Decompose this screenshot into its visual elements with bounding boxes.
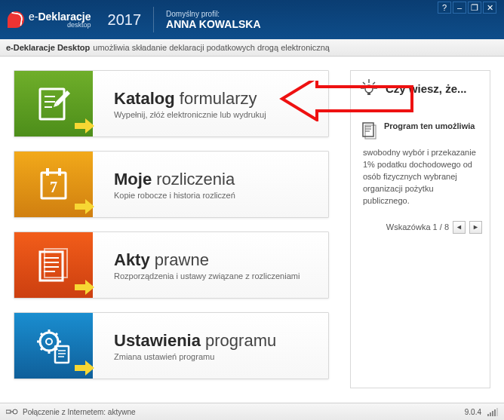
svg-rect-46 — [494, 409, 496, 416]
plug-icon — [6, 407, 18, 416]
minimize-button[interactable]: – — [453, 2, 466, 14]
card-sub: Wypełnij, złóż elektronicznie lub wydruk… — [114, 110, 266, 119]
signal-icon — [487, 407, 498, 416]
svg-rect-0 — [40, 89, 64, 119]
subheader-app: e-Deklaracje Desktop — [6, 43, 90, 52]
svg-point-28 — [365, 85, 373, 93]
calendar-icon: 7 — [14, 152, 93, 217]
close-button[interactable]: ✕ — [483, 2, 496, 14]
maximize-button[interactable]: ❐ — [468, 2, 481, 14]
svg-line-22 — [55, 333, 57, 336]
svg-point-15 — [46, 339, 52, 345]
lightbulb-icon — [358, 78, 380, 99]
svg-text:7: 7 — [50, 179, 57, 195]
svg-rect-45 — [492, 411, 493, 416]
app-logo: e-Deklaracje desktop — [8, 11, 91, 29]
card-katalog-formularzy[interactable]: Katalog formularzy Wypełnij, złóż elektr… — [14, 70, 329, 137]
tip-next-button[interactable]: ► — [469, 221, 482, 234]
profile-label: Domyślny profil: — [166, 10, 260, 18]
app-year: 2017 — [108, 11, 142, 29]
profile-block: Domyślny profil: ANNA KOWALSKA — [166, 10, 260, 30]
svg-rect-44 — [490, 412, 491, 416]
card-sub: Rozporządzenia i ustawy związane z rozli… — [114, 271, 300, 281]
svg-line-33 — [363, 82, 365, 84]
svg-rect-5 — [46, 168, 49, 176]
card-sub: Zmiana ustawień programu — [114, 352, 276, 361]
help-button[interactable]: ? — [438, 2, 451, 14]
main-menu: Katalog formularzy Wypełnij, złóż elektr… — [0, 57, 341, 403]
svg-rect-47 — [496, 408, 498, 416]
svg-rect-29 — [367, 93, 370, 95]
tip-text: swobodny wybór i przekazanie 1% podatku … — [358, 147, 482, 207]
card-moje-rozliczenia[interactable]: 7 Moje rozliczenia Kopie robocze i histo… — [14, 151, 329, 218]
tip-prev-button[interactable]: ◄ — [453, 221, 466, 234]
svg-line-23 — [41, 348, 43, 350]
svg-rect-6 — [58, 168, 61, 176]
tip-heading: Program ten umożliwia — [384, 120, 475, 136]
card-sub: Kopie robocze i historia rozliczeń — [114, 191, 235, 200]
card-ustawienia-programu[interactable]: Ustawienia programu Zmiana ustawień prog… — [14, 312, 329, 379]
tips-panel: Czy wiesz, że... Program ten umożliwia s… — [350, 70, 490, 388]
svg-line-34 — [373, 82, 375, 84]
profile-name: ANNA KOWALSKA — [166, 18, 260, 30]
version-label: 9.0.4 — [465, 408, 481, 416]
document-icon — [358, 120, 380, 141]
settings-doc-icon — [14, 313, 93, 379]
form-edit-icon — [14, 71, 93, 136]
documents-icon — [14, 232, 93, 298]
svg-rect-43 — [487, 414, 489, 416]
tip-counter: Wskazówka 1 / 8 — [386, 222, 449, 231]
logo-icon — [8, 11, 24, 28]
svg-rect-40 — [6, 410, 11, 413]
title-bar: e-Deklaracje desktop 2017 Domyślny profi… — [0, 0, 504, 39]
status-bar: Połączenie z Internetem: aktywne 9.0.4 — [0, 403, 504, 420]
tips-title: Czy wiesz, że... — [386, 82, 467, 95]
connection-status: Połączenie z Internetem: aktywne — [23, 408, 136, 416]
subheader-desc: umożliwia składanie deklaracji podatkowy… — [93, 43, 330, 52]
card-akty-prawne[interactable]: Akty prawne Rozporządzenia i ustawy zwią… — [14, 231, 329, 299]
svg-line-20 — [41, 333, 43, 336]
sub-header: e-Deklaracje Desktop umożliwia składanie… — [0, 39, 504, 57]
